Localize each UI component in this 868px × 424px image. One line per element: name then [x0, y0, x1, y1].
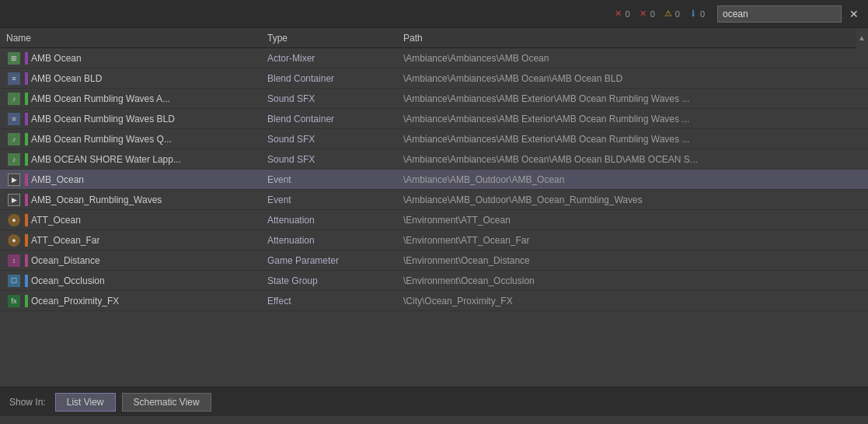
warning-icon: ✕: [638, 9, 649, 19]
table-row[interactable]: ♪ AMB OCEAN SHORE Water Lapp... Sound SF…: [0, 149, 868, 170]
search-input[interactable]: [717, 5, 842, 23]
type-icon: ●: [6, 233, 22, 248]
filter-area: ✕ 0 ✕ 0 ⚠ 0 ℹ 0: [613, 9, 706, 19]
col-header-path[interactable]: Path: [400, 33, 856, 44]
schematic-view-button[interactable]: Schematic View: [122, 393, 211, 412]
row-path-cell: \Ambiance\Ambiances\AMB Ocean\AMB Ocean …: [400, 73, 868, 84]
row-type-cell: Event: [264, 194, 400, 205]
table-row[interactable]: ⊞ AMB Ocean Actor-Mixer \Ambiance\Ambian…: [0, 48, 868, 68]
info-count: 0: [700, 9, 705, 19]
row-type-cell: Event: [264, 174, 400, 185]
info-filter[interactable]: ℹ 0: [688, 9, 705, 19]
warning-count: 0: [650, 9, 655, 19]
row-type-cell: Attenuation: [264, 215, 400, 226]
row-name-cell: ≡ AMB Ocean BLD: [0, 71, 264, 86]
row-name-cell: ▶ AMB_Ocean: [0, 172, 264, 187]
info-icon: ℹ: [688, 9, 699, 19]
table-row[interactable]: ≡ AMB Ocean BLD Blend Container \Ambianc…: [0, 68, 868, 89]
row-path-cell: \Ambiance\Ambiances\AMB Ocean\AMB Ocean …: [400, 154, 868, 165]
row-name-text: Ocean_Distance: [31, 255, 100, 266]
row-name-cell: ● ATT_Ocean: [0, 212, 264, 228]
row-name-text: AMB OCEAN SHORE Water Lapp...: [31, 154, 181, 165]
row-type-cell: Actor-Mixer: [264, 53, 400, 64]
row-name-text: ATT_Ocean: [31, 215, 81, 226]
table-row[interactable]: ≡ AMB Ocean Rumbling Waves BLD Blend Con…: [0, 109, 868, 129]
type-icon: ≡: [6, 71, 22, 86]
row-path-cell: \Ambiance\Ambiances\AMB Exterior\AMB Oce…: [400, 93, 868, 104]
row-path-cell: \Environment\ATT_Ocean_Far: [400, 235, 868, 246]
row-type-cell: Blend Container: [264, 114, 400, 124]
row-type-cell: Blend Container: [264, 73, 400, 84]
table-row[interactable]: ☐ Ocean_Occlusion State Group \Environme…: [0, 271, 868, 291]
bar-indicator: [25, 93, 28, 105]
results-table: ⊞ AMB Ocean Actor-Mixer \Ambiance\Ambian…: [0, 48, 868, 387]
row-name-text: ATT_Ocean_Far: [31, 235, 99, 246]
bar-indicator: [25, 234, 28, 247]
warning-filter[interactable]: ✕ 0: [638, 9, 655, 19]
row-name-cell: ▶ AMB_Ocean_Rumbling_Waves: [0, 192, 264, 208]
row-type-cell: Attenuation: [264, 235, 400, 246]
table-scroll-container[interactable]: ⊞ AMB Ocean Actor-Mixer \Ambiance\Ambian…: [0, 48, 868, 387]
row-type-cell: State Group: [264, 275, 400, 286]
col-header-type[interactable]: Type: [264, 33, 400, 44]
table-row[interactable]: ♪ AMB Ocean Rumbling Waves Q... Sound SF…: [0, 129, 868, 149]
col-header-name[interactable]: Name: [0, 33, 264, 44]
table-row[interactable]: ● ATT_Ocean_Far Attenuation \Environment…: [0, 230, 868, 251]
row-name-text: AMB Ocean Rumbling Waves A...: [31, 93, 170, 104]
bar-indicator: [25, 52, 28, 65]
row-name-text: AMB Ocean Rumbling Waves Q...: [31, 134, 172, 145]
row-name-cell: ≡ AMB Ocean Rumbling Waves BLD: [0, 111, 264, 127]
row-name-text: AMB Ocean: [31, 53, 82, 64]
error-icon: ✕: [613, 9, 624, 19]
row-name-text: AMB Ocean Rumbling Waves BLD: [31, 114, 175, 124]
show-in-label: Show In:: [9, 397, 46, 408]
row-name-cell: ♪ AMB Ocean Rumbling Waves Q...: [0, 131, 264, 147]
row-path-cell: \Ambiance\AMB_Outdoor\AMB_Ocean_Rumbling…: [400, 194, 868, 205]
table-row[interactable]: ▶ AMB_Ocean Event \Ambiance\AMB_Outdoor\…: [0, 170, 868, 190]
type-icon: ↕: [6, 253, 22, 268]
type-icon: ⊞: [6, 51, 22, 66]
row-type-cell: Sound SFX: [264, 154, 400, 165]
error-count: 0: [626, 9, 630, 19]
row-path-cell: \Ambiance\Ambiances\AMB Ocean: [400, 53, 868, 64]
row-name-cell: ♪ AMB Ocean Rumbling Waves A...: [0, 91, 264, 107]
type-icon: ●: [6, 212, 22, 228]
row-name-cell: fx Ocean_Proximity_FX: [0, 293, 264, 309]
row-name-cell: ● ATT_Ocean_Far: [0, 233, 264, 248]
bar-indicator: [25, 194, 28, 206]
type-icon: ▶: [6, 172, 22, 187]
error-filter[interactable]: ✕ 0: [613, 9, 630, 19]
type-icon: ▶: [6, 192, 22, 208]
type-icon: ♪: [6, 91, 22, 107]
bar-indicator: [25, 295, 28, 307]
caution-count: 0: [675, 9, 680, 19]
list-view-button[interactable]: List View: [55, 393, 116, 412]
bottom-bar: Show In: List View Schematic View: [0, 387, 868, 416]
type-icon: ≡: [6, 111, 22, 127]
caution-icon: ⚠: [663, 9, 674, 19]
table-row[interactable]: ↕ Ocean_Distance Game Parameter \Environ…: [0, 251, 868, 271]
type-icon: ♪: [6, 131, 22, 147]
table-row[interactable]: ● ATT_Ocean Attenuation \Environment\ATT…: [0, 210, 868, 230]
row-name-text: Ocean_Occlusion: [31, 275, 105, 286]
close-button[interactable]: ✕: [846, 6, 862, 22]
row-type-cell: Sound SFX: [264, 93, 400, 104]
type-icon: ♪: [6, 152, 22, 167]
row-type-cell: Game Parameter: [264, 255, 400, 266]
caution-filter[interactable]: ⚠ 0: [663, 9, 680, 19]
row-name-text: AMB Ocean BLD: [31, 73, 102, 84]
row-path-cell: \Environment\Ocean_Occlusion: [400, 275, 868, 286]
row-path-cell: \Environment\Ocean_Distance: [400, 255, 868, 266]
table-row[interactable]: ▶ AMB_Ocean_Rumbling_Waves Event \Ambian…: [0, 190, 868, 210]
row-path-cell: \City\Ocean_Proximity_FX: [400, 296, 868, 307]
row-name-text: Ocean_Proximity_FX: [31, 296, 119, 307]
row-path-cell: \Ambiance\AMB_Outdoor\AMB_Ocean: [400, 174, 868, 185]
table-row[interactable]: ♪ AMB Ocean Rumbling Waves A... Sound SF…: [0, 89, 868, 109]
row-path-cell: \Ambiance\Ambiances\AMB Exterior\AMB Oce…: [400, 134, 868, 145]
row-type-cell: Effect: [264, 296, 400, 307]
top-bar: ✕ 0 ✕ 0 ⚠ 0 ℹ 0 ✕: [0, 0, 868, 28]
bar-indicator: [25, 275, 28, 287]
bar-indicator: [25, 173, 28, 186]
bar-indicator: [25, 113, 28, 125]
table-row[interactable]: fx Ocean_Proximity_FX Effect \City\Ocean…: [0, 291, 868, 311]
